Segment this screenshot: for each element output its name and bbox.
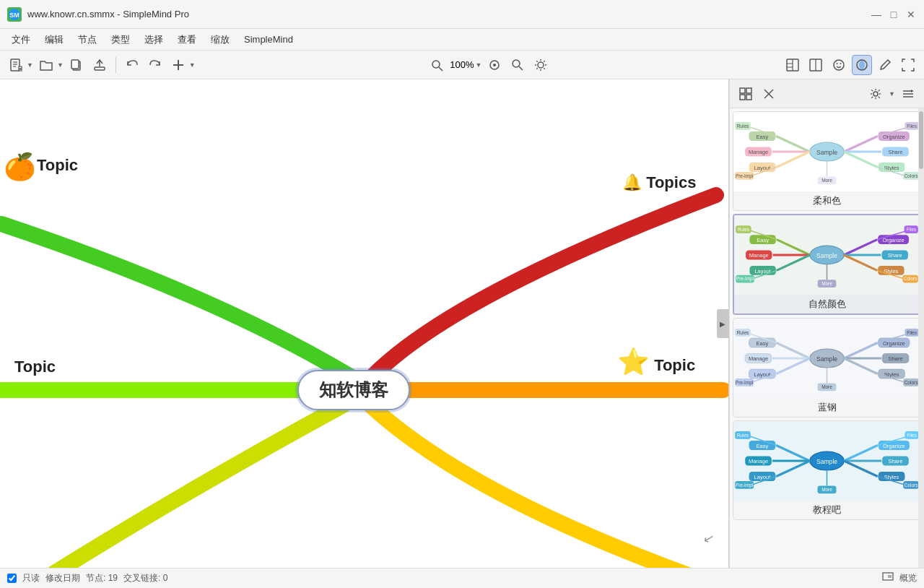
titlebar-left: SM www.knowr.cn.smmx - SimpleMind Pro [7, 7, 189, 22]
menu-item-SimpleMind[interactable]: SimpleMind [238, 33, 299, 46]
svg-rect-43 [746, 95, 751, 100]
svg-line-92 [844, 255, 877, 270]
center-node[interactable]: 知软博客 [297, 370, 410, 410]
add-button[interactable] [168, 55, 188, 75]
titlebar: SM www.knowr.cn.smmx - SimpleMind Pro — … [0, 0, 924, 29]
new-button[interactable] [6, 55, 26, 75]
svg-text:Manage: Manage [749, 252, 769, 259]
svg-text:Manage: Manage [749, 149, 768, 155]
toolbar-right [783, 55, 918, 75]
new-arrow[interactable]: ▼ [27, 61, 33, 69]
panel-settings-button[interactable] [866, 84, 886, 104]
menu-item-编辑[interactable]: 编辑 [39, 32, 69, 48]
svg-text:Share: Share [888, 149, 902, 155]
menu-item-节点[interactable]: 节点 [72, 32, 103, 48]
svg-rect-2 [11, 59, 19, 71]
panel-scrollbar[interactable] [918, 108, 924, 568]
panel-grid-button[interactable] [736, 84, 756, 104]
canvas[interactable]: 知软博客 Topic 🍊 🔔 Topics ⭐ Topic Topic 🎵 To… [0, 79, 729, 568]
scroll-arrow[interactable]: ▶ [717, 309, 728, 338]
svg-text:Share: Share [888, 252, 902, 259]
pen-button[interactable] [875, 55, 895, 75]
svg-rect-41 [746, 88, 751, 93]
separator1 [116, 57, 116, 73]
svg-line-57 [844, 152, 877, 168]
zoom-fit-button[interactable] [484, 55, 505, 75]
svg-line-28 [544, 61, 545, 61]
svg-text:More: More [821, 178, 832, 183]
topic-left[interactable]: Topic [14, 358, 56, 376]
titlebar-title: www.knowr.cn.smmx - SimpleMind Pro [27, 9, 189, 20]
minimize-button[interactable]: — [871, 9, 882, 20]
light-button[interactable] [531, 55, 551, 75]
svg-point-46 [873, 92, 878, 96]
svg-text:Rules: Rules [737, 433, 749, 438]
svg-line-27 [544, 68, 545, 69]
menu-item-文件[interactable]: 文件 [6, 32, 36, 48]
svg-text:Rules: Rules [737, 330, 749, 335]
undo-button[interactable] [122, 55, 142, 75]
theme-natural[interactable]: Sample Easy Manage Layout [733, 214, 921, 315]
theme-blue-steel-preview: Sample Easy Manage Layout [733, 319, 920, 398]
menu-item-类型[interactable]: 类型 [105, 32, 136, 48]
theme-pastel[interactable]: Sample Easy Manage La [733, 111, 921, 211]
theme-list[interactable]: Sample Easy Manage La [730, 108, 924, 568]
svg-text:More: More [821, 281, 832, 286]
menu-item-缩放[interactable]: 缩放 [205, 32, 235, 48]
zoom-level-label: 100% [450, 59, 474, 70]
svg-line-29 [537, 68, 538, 69]
panel-btn1[interactable] [783, 55, 803, 75]
close-button[interactable]: ✕ [905, 9, 917, 20]
svg-point-21 [538, 62, 544, 68]
zoom-arrow[interactable]: ▼ [476, 61, 482, 69]
svg-line-87 [777, 240, 810, 255]
menu-item-查看[interactable]: 查看 [172, 32, 202, 48]
add-button-group[interactable]: ▼ [168, 55, 196, 75]
zoom-level-button[interactable]: 100% ▼ [450, 59, 481, 70]
topic-top-left[interactable]: Topic [37, 156, 78, 175]
svg-rect-11 [95, 67, 105, 70]
svg-line-157 [776, 445, 809, 461]
svg-text:Organize: Organize [882, 237, 904, 243]
fullscreen-button[interactable] [898, 55, 918, 75]
search-button[interactable] [507, 55, 528, 75]
svg-point-19 [513, 60, 520, 67]
svg-text:Rules: Rules [737, 124, 749, 129]
panel-sort-button[interactable] [898, 84, 918, 104]
svg-text:Easy: Easy [757, 340, 769, 347]
theme-pastel-name: 柔和色 [733, 191, 920, 210]
emoji-button[interactable] [829, 55, 849, 75]
duplicate-button[interactable] [66, 55, 87, 75]
open-arrow[interactable]: ▼ [57, 61, 64, 69]
panel-scrollbar-thumb[interactable] [919, 111, 923, 169]
topic-top-right[interactable]: 🔔 Topics [622, 173, 696, 192]
svg-line-16 [439, 67, 443, 71]
svg-text:Easy: Easy [757, 134, 769, 140]
theme-button[interactable] [852, 55, 872, 75]
open-button-group[interactable]: ▼ [36, 55, 64, 75]
settings-arrow[interactable]: ▼ [889, 90, 895, 98]
svg-text:Organize: Organize [883, 134, 905, 140]
theme-4[interactable]: Sample Easy Manage Layout [733, 420, 921, 520]
open-button[interactable] [36, 55, 56, 75]
menu-item-选择[interactable]: 选择 [139, 32, 169, 48]
export-button[interactable] [90, 55, 110, 75]
redo-button[interactable] [145, 55, 165, 75]
svg-line-89 [777, 255, 810, 270]
theme-4-preview: Sample Easy Manage Layout [733, 421, 920, 501]
panel-close-button[interactable] [759, 84, 779, 104]
svg-text:Easy: Easy [757, 237, 769, 243]
svg-point-18 [493, 64, 496, 66]
add-arrow[interactable]: ▼ [189, 61, 196, 69]
panel-toolbar: ▼ [730, 79, 924, 108]
theme-natural-name: 自然颜色 [734, 295, 920, 314]
panel-btn2[interactable] [806, 55, 826, 75]
topic-right[interactable]: ⭐ Topic [617, 347, 695, 377]
titlebar-controls[interactable]: — □ ✕ [871, 9, 917, 20]
statusbar-left: 只读 修改日期 节点: 19 交叉链接: 0 [7, 572, 167, 584]
maximize-button[interactable]: □ [888, 9, 899, 20]
nodes-label: 节点: 19 [86, 572, 118, 584]
readonly-checkbox[interactable] [7, 574, 17, 583]
theme-blue-steel[interactable]: Sample Easy Manage Layout [733, 318, 921, 418]
new-button-group[interactable]: ▼ [6, 55, 33, 75]
